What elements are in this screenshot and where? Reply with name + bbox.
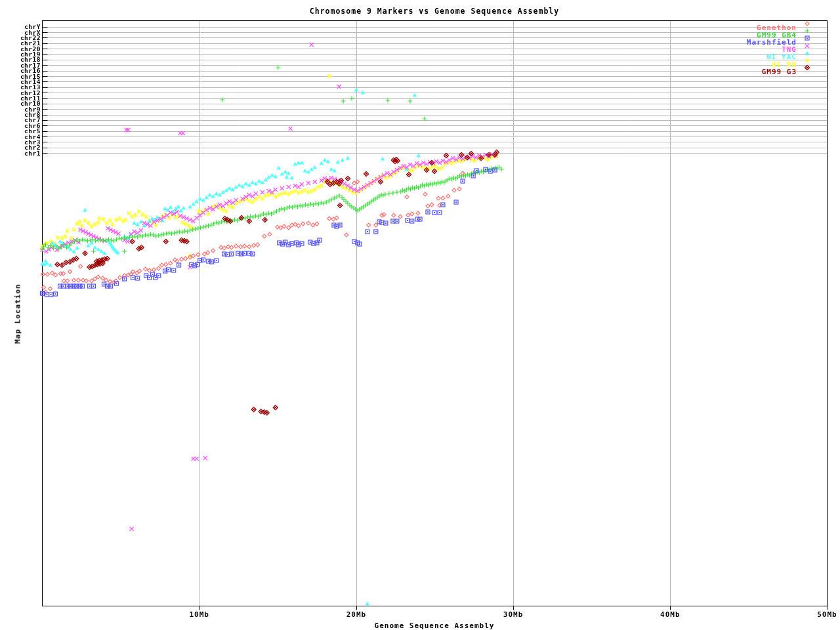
chart-title: Chromosome 9 Markers vs Genome Sequence …: [0, 7, 840, 16]
x-tick-label-10Mb: 10Mb: [180, 610, 219, 619]
legend-marker-star-icon: [802, 56, 812, 64]
scatter-plot-canvas: [0, 0, 840, 630]
y-tick-label-chr1: chr1: [1, 150, 41, 156]
legend-marker-hatch-diamond-icon: [802, 64, 812, 72]
legend-marker-triangle-icon: [802, 49, 812, 57]
x-tick-label-50Mb: 50Mb: [808, 610, 840, 619]
x-tick-label-20Mb: 20Mb: [337, 610, 376, 619]
chart-page: Chromosome 9 Markers vs Genome Sequence …: [0, 0, 840, 630]
x-tick-label-30Mb: 30Mb: [494, 610, 533, 619]
legend-marker-plus-icon: [802, 27, 812, 35]
legend-marker-square-dot-icon: [802, 34, 812, 42]
legend-marker-open-diamond-icon: [802, 20, 812, 28]
y-axis-label: Map Location: [14, 284, 22, 343]
legend-item-gm99-g3: GM99 G3: [728, 68, 820, 75]
x-axis-label: Genome Sequence Assembly: [0, 621, 840, 630]
legend-label: GM99 G3: [762, 68, 797, 76]
x-tick-label-40Mb: 40Mb: [650, 610, 690, 619]
legend-marker-cross-icon: [802, 42, 812, 50]
